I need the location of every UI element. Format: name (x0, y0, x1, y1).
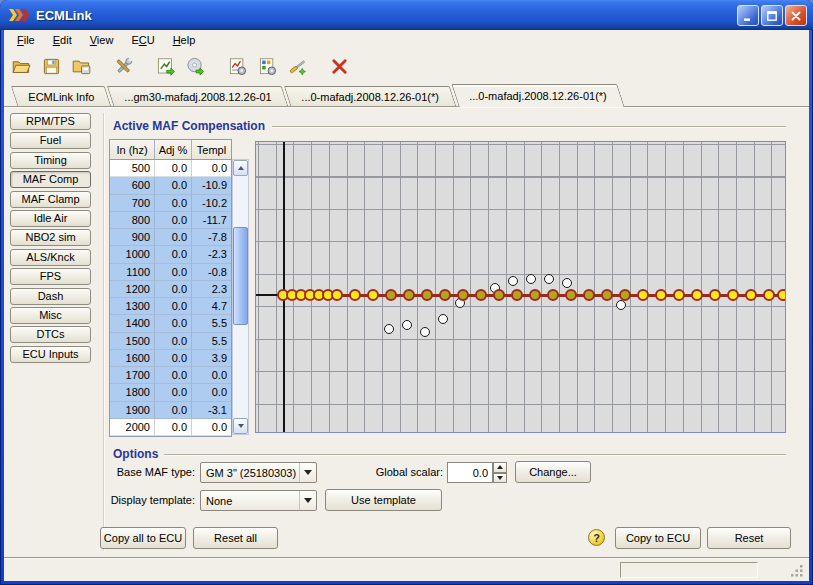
col-header-in-hz[interactable]: In (hz) (110, 140, 155, 159)
cell-in-hz[interactable]: 1000 (110, 246, 155, 263)
sidebar-item-maf-clamp[interactable]: MAF Clamp (10, 191, 91, 208)
cell-adj[interactable]: 0.0 (155, 195, 192, 212)
minimize-button[interactable] (737, 5, 759, 26)
sidebar-item-rpm-tps[interactable]: RPM/TPS (10, 113, 91, 130)
copy-all-to-ecu-button[interactable]: Copy all to ECU (100, 527, 186, 549)
adjustment-point[interactable] (421, 289, 433, 301)
open-file-button[interactable] (8, 53, 34, 79)
table-row[interactable]: 13000.04.7 (110, 298, 231, 315)
adjustment-point[interactable] (655, 289, 667, 301)
sidebar-item-nbo2-sim[interactable]: NBO2 sim (10, 229, 91, 246)
cell-templ[interactable]: -10.9 (192, 177, 231, 194)
table-row[interactable]: 11000.0-0.8 (110, 264, 231, 281)
sidebar-item-maf-comp[interactable]: MAF Comp (10, 171, 91, 188)
cell-adj[interactable]: 0.0 (155, 160, 192, 177)
cell-in-hz[interactable]: 1700 (110, 367, 155, 384)
use-template-button[interactable]: Use template (325, 489, 442, 511)
scroll-down-button[interactable] (233, 418, 248, 434)
scroll-up-button[interactable] (233, 160, 248, 176)
stepper-up-button[interactable] (493, 462, 507, 473)
sidebar-item-misc[interactable]: Misc (10, 307, 91, 324)
cell-adj[interactable]: 0.0 (155, 315, 192, 332)
table-row[interactable]: 5000.00.0 (110, 160, 231, 177)
maf-table[interactable]: In (hz) Adj % Templ 5000.00.06000.0-10.9… (109, 139, 232, 437)
tab-4[interactable]: ...0-mafadj.2008.12.26-01(*) (451, 84, 624, 107)
table-row[interactable]: 12000.02.3 (110, 281, 231, 298)
cell-templ[interactable]: 3.9 (192, 350, 231, 367)
adjustment-point[interactable] (439, 289, 451, 301)
table-row[interactable]: 8000.0-11.7 (110, 212, 231, 229)
cell-templ[interactable]: -7.8 (192, 229, 231, 246)
menu-ecu[interactable]: ECU (122, 32, 163, 49)
cell-adj[interactable]: 0.0 (155, 350, 192, 367)
adjustment-point[interactable] (547, 289, 559, 301)
table-row[interactable]: 20000.00.0 (110, 419, 231, 436)
tools-button[interactable] (110, 53, 136, 79)
cell-in-hz[interactable]: 1600 (110, 350, 155, 367)
table-scrollbar[interactable] (232, 159, 249, 435)
cell-templ[interactable]: 0.0 (192, 419, 231, 436)
maximize-button[interactable] (761, 5, 783, 26)
adjustment-point[interactable] (583, 289, 595, 301)
change-button[interactable]: Change... (515, 461, 591, 483)
table-row[interactable]: 14000.05.5 (110, 315, 231, 332)
cell-adj[interactable]: 0.0 (155, 367, 192, 384)
cell-in-hz[interactable]: 1900 (110, 402, 155, 419)
combo-arrow-icon[interactable] (299, 491, 316, 510)
col-header-templ[interactable]: Templ (192, 140, 231, 159)
sidebar-item-idle-air[interactable]: Idle Air (10, 210, 91, 227)
cell-templ[interactable]: 5.5 (192, 333, 231, 350)
display-template-select[interactable]: None (200, 490, 317, 511)
cell-adj[interactable]: 0.0 (155, 281, 192, 298)
cell-templ[interactable]: 0.0 (192, 160, 231, 177)
adjustment-point[interactable] (511, 289, 523, 301)
tab-1[interactable]: ECMLink Info (11, 86, 112, 106)
adjustment-point[interactable] (457, 289, 469, 301)
adjustment-point[interactable] (745, 289, 757, 301)
display-settings-button[interactable] (254, 53, 280, 79)
tab-3[interactable]: ...0-mafadj.2008.12.26-01(*) (284, 86, 456, 106)
menu-view[interactable]: View (81, 32, 123, 49)
reset-button[interactable]: Reset (707, 527, 791, 549)
resize-grip-icon[interactable] (790, 564, 804, 578)
adjustment-point[interactable] (529, 289, 541, 301)
maf-chart[interactable] (255, 141, 786, 433)
save-folder-button[interactable] (68, 53, 94, 79)
sidebar-item-dash[interactable]: Dash (10, 288, 91, 305)
cell-templ[interactable]: -10.2 (192, 195, 231, 212)
tab-2[interactable]: ...gm30-mafadj.2008.12.26-01 (107, 86, 289, 106)
export-cd-button[interactable] (182, 53, 208, 79)
adjustment-point[interactable] (385, 289, 397, 301)
cell-in-hz[interactable]: 2000 (110, 419, 155, 436)
adjustment-point[interactable] (601, 289, 613, 301)
cell-adj[interactable]: 0.0 (155, 419, 192, 436)
cell-adj[interactable]: 0.0 (155, 229, 192, 246)
copy-to-ecu-button[interactable]: Copy to ECU (615, 527, 701, 549)
table-row[interactable]: 18000.00.0 (110, 384, 231, 401)
table-row[interactable]: 16000.03.9 (110, 350, 231, 367)
cell-templ[interactable]: 2.3 (192, 281, 231, 298)
cell-in-hz[interactable]: 600 (110, 177, 155, 194)
menu-help[interactable]: Help (164, 32, 205, 49)
cell-templ[interactable]: -3.1 (192, 402, 231, 419)
datalog-settings-button[interactable] (224, 53, 250, 79)
sidebar-item-dtcs[interactable]: DTCs (10, 326, 91, 343)
adjustment-point[interactable] (331, 289, 343, 301)
cell-templ[interactable]: 5.5 (192, 315, 231, 332)
cell-templ[interactable]: 0.0 (192, 384, 231, 401)
menu-file[interactable]: File (8, 32, 44, 49)
adjustment-point[interactable] (367, 289, 379, 301)
cell-adj[interactable]: 0.0 (155, 298, 192, 315)
adjustment-point[interactable] (619, 289, 631, 301)
close-button[interactable] (785, 5, 807, 26)
sidebar-item-timing[interactable]: Timing (10, 152, 91, 169)
save-file-button[interactable] (38, 53, 64, 79)
sidebar-item-als-knck[interactable]: ALS/Knck (10, 249, 91, 266)
table-row[interactable]: 17000.00.0 (110, 367, 231, 384)
scrollbar-thumb[interactable] (233, 227, 248, 325)
close-file-button[interactable] (326, 53, 352, 79)
sidebar-item-fps[interactable]: FPS (10, 268, 91, 285)
adjustment-point[interactable] (637, 289, 649, 301)
adjustment-point[interactable] (673, 289, 685, 301)
cell-templ[interactable]: -0.8 (192, 264, 231, 281)
